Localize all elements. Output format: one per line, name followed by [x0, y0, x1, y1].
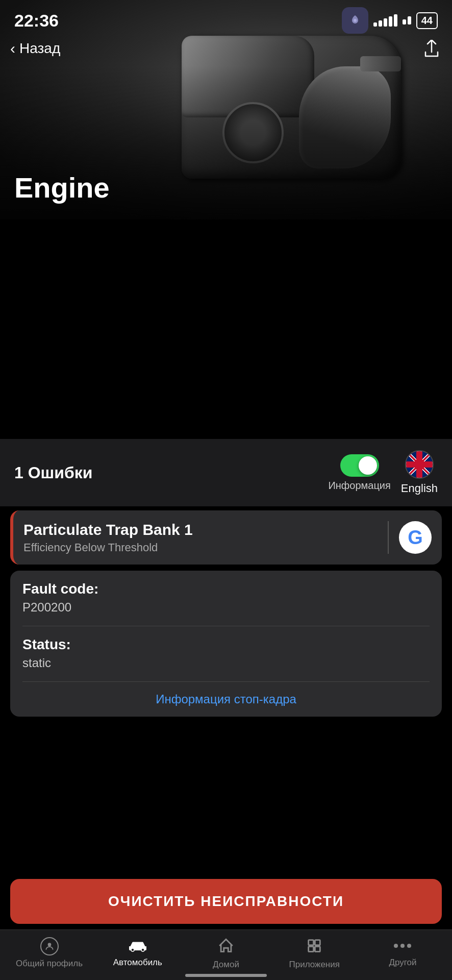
- nav-label-other: Другой: [389, 958, 416, 968]
- nav-item-profile[interactable]: Общий профиль: [5, 937, 93, 969]
- svg-rect-5: [315, 940, 320, 945]
- freeze-frame-link[interactable]: Информация стоп-кадра: [10, 682, 442, 717]
- errors-count: 1 Ошибки: [14, 463, 318, 482]
- fault-code-row: Fault code: P200200: [10, 571, 442, 626]
- svg-point-0: [354, 19, 357, 22]
- app-icon: [342, 7, 368, 34]
- toggle-thumb: [359, 456, 377, 475]
- info-toggle-wrapper: Информация: [328, 454, 390, 492]
- nav-item-other[interactable]: Другой: [359, 937, 447, 968]
- hero-title: Engine: [14, 171, 110, 204]
- error-text: Particulate Trap Bank 1 Efficiency Below…: [23, 521, 378, 554]
- svg-rect-7: [315, 946, 320, 951]
- status-row: Status: static: [10, 626, 442, 681]
- error-title: Particulate Trap Bank 1: [23, 521, 378, 539]
- nav-label-home: Домой: [213, 960, 239, 970]
- nav-item-home[interactable]: Домой: [182, 937, 270, 970]
- signal-strength-icon: [373, 14, 397, 27]
- nav-item-apps[interactable]: Приложения: [270, 937, 359, 970]
- nav-label-car: Автомобиль: [113, 958, 162, 968]
- svg-point-3: [141, 948, 144, 951]
- toggle-label: Информация: [328, 480, 390, 492]
- nav-item-car[interactable]: Автомобиль: [93, 937, 182, 968]
- back-button[interactable]: ‹ Назад: [10, 40, 60, 57]
- status-label: Status:: [22, 636, 430, 653]
- status-time: 22:36: [14, 11, 59, 31]
- car-icon: [128, 937, 148, 954]
- language-label: English: [401, 482, 438, 495]
- controls-row: 1 Ошибки Информация English: [0, 439, 452, 506]
- home-indicator: [185, 974, 267, 977]
- status-value: static: [22, 656, 430, 676]
- other-icon: [394, 937, 411, 954]
- share-button[interactable]: [423, 40, 440, 62]
- uk-flag-icon: [405, 450, 434, 479]
- status-icons: 44: [342, 7, 438, 34]
- error-subtitle: Efficiency Below Threshold: [23, 541, 378, 554]
- svg-point-1: [47, 943, 51, 946]
- apps-icon: [306, 937, 323, 957]
- nav-label-apps: Приложения: [289, 960, 339, 970]
- google-search-button[interactable]: G: [399, 521, 432, 554]
- svg-rect-4: [309, 940, 314, 945]
- error-divider: [388, 521, 389, 554]
- language-button[interactable]: English: [401, 450, 438, 495]
- clear-faults-button[interactable]: ОЧИСТИТЬ НЕИСПРАВНОСТИ: [10, 879, 442, 924]
- fault-code-value: P200200: [22, 600, 430, 621]
- home-icon: [217, 937, 235, 957]
- fault-code-label: Fault code:: [22, 581, 430, 597]
- wifi-icon: [403, 16, 411, 24]
- svg-point-2: [131, 948, 134, 951]
- svg-rect-6: [309, 946, 314, 951]
- details-card: Fault code: P200200 Status: static Инфор…: [10, 571, 442, 717]
- back-label: Назад: [19, 40, 60, 57]
- bottom-navigation: Общий профиль Автомобиль Домой: [0, 929, 452, 980]
- status-bar: 22:36 44: [0, 0, 452, 38]
- back-chevron-icon: ‹: [10, 40, 15, 57]
- profile-icon: [40, 937, 59, 955]
- error-card: Particulate Trap Bank 1 Efficiency Below…: [10, 510, 442, 565]
- google-g-icon: G: [408, 527, 423, 549]
- battery-indicator: 44: [416, 12, 438, 29]
- info-toggle[interactable]: [340, 454, 379, 477]
- nav-label-profile: Общий профиль: [16, 959, 83, 969]
